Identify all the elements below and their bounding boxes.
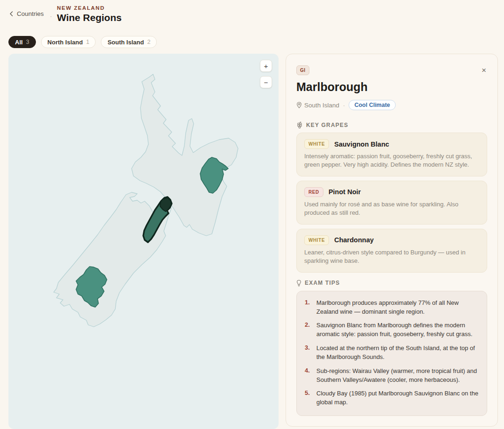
tip-number: 1. [305, 299, 313, 316]
key-grapes-label: KEY GRAPES [306, 122, 348, 128]
filter-chip-south-island[interactable]: South Island 2 [101, 36, 157, 48]
tip-text: Sub-regions: Wairau Valley (warmer, more… [316, 367, 479, 385]
meta-separator: · [343, 102, 345, 109]
exam-tips-label: EXAM TIPS [305, 280, 340, 286]
chevron-left-icon [9, 11, 14, 16]
new-zealand-map [8, 54, 279, 429]
filter-chip-north-island[interactable]: North Island 1 [41, 36, 96, 48]
tip-item: 1. Marlborough produces approximately 77… [305, 299, 479, 316]
grape-name: Chardonnay [334, 236, 374, 244]
title-block: NEW ZEALAND Wine Regions [57, 5, 122, 23]
grape-card: RED Pinot Noir Used mainly for rosé and … [296, 181, 487, 225]
filter-chip-all[interactable]: All 3 [8, 36, 36, 48]
grape-description: Used mainly for rosé and as base wine fo… [304, 200, 479, 218]
key-grapes-header: KEY GRAPES [296, 121, 487, 128]
grape-description: Intensely aromatic: passion fruit, goose… [304, 152, 479, 169]
filter-chips: All 3 North Island 1 South Island 2 [8, 36, 157, 48]
chip-count: 3 [26, 39, 29, 45]
zoom-out-button[interactable]: − [260, 76, 272, 88]
close-icon[interactable]: × [481, 65, 487, 75]
tip-text: Sauvignon Blanc from Marlborough defines… [316, 321, 479, 339]
tip-item: 2. Sauvignon Blanc from Marlborough defi… [305, 321, 479, 339]
chip-count: 1 [86, 39, 89, 45]
grape-name: Sauvignon Blanc [334, 141, 389, 148]
map-canvas[interactable]: + − [8, 54, 279, 429]
grape-type-badge: WHITE [304, 139, 329, 149]
page-title: Wine Regions [57, 12, 122, 23]
tip-text: Marlborough produces approximately 77% o… [316, 299, 479, 316]
breadcrumb-label: Countries [17, 10, 44, 17]
tip-number: 2. [305, 321, 313, 339]
map-zoom-controls: + − [260, 60, 272, 88]
tip-item: 4. Sub-regions: Wairau Valley (warmer, m… [305, 367, 479, 385]
climate-badge: Cool Climate [349, 100, 395, 110]
zoom-in-button[interactable]: + [260, 60, 272, 72]
page-header: Countries · NEW ZEALAND Wine Regions [0, 0, 504, 30]
tip-number: 5. [305, 389, 313, 407]
breadcrumb-separator: · [50, 13, 52, 20]
region-detail-panel: GI × Marlborough South Island · Cool Cli… [286, 54, 498, 427]
chip-label: North Island [48, 39, 83, 46]
tip-text: Located at the northern tip of the South… [316, 344, 479, 362]
exam-tips-header: EXAM TIPS [296, 280, 487, 287]
grape-type-badge: RED [304, 187, 323, 197]
breadcrumb-countries[interactable]: Countries [9, 10, 44, 17]
grape-type-badge: WHITE [304, 235, 329, 245]
chip-label: South Island [107, 39, 144, 46]
grape-description: Leaner, citrus-driven style compared to … [304, 248, 479, 266]
tip-text: Cloudy Bay (1985) put Marlborough Sauvig… [316, 389, 479, 407]
exam-tips-box: 1. Marlborough produces approximately 77… [296, 291, 487, 416]
tip-item: 3. Located at the northern tip of the So… [305, 344, 479, 362]
country-kicker: NEW ZEALAND [57, 5, 122, 11]
grapes-icon [296, 121, 303, 128]
grape-card: WHITE Chardonnay Leaner, citrus-driven s… [296, 229, 487, 273]
map-pin-icon [296, 102, 302, 108]
region-meta: South Island · Cool Climate [296, 100, 487, 110]
region-title: Marlborough [296, 80, 487, 94]
grape-name: Pinot Noir [329, 188, 361, 196]
lightbulb-icon [296, 280, 301, 287]
chip-label: All [15, 39, 23, 46]
gi-badge: GI [296, 65, 309, 75]
chip-count: 2 [147, 39, 150, 45]
region-location: South Island [304, 102, 339, 109]
tip-item: 5. Cloudy Bay (1985) put Marlborough Sau… [305, 389, 479, 407]
tip-number: 3. [305, 344, 313, 362]
tip-number: 4. [305, 367, 313, 385]
grape-card: WHITE Sauvignon Blanc Intensely aromatic… [296, 133, 487, 176]
